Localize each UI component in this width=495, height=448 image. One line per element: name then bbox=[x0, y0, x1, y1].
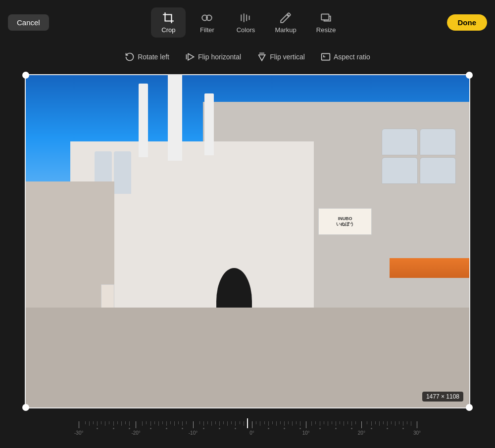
secondary-toolbar: Rotate left Flip horizontal Flip vertica… bbox=[0, 45, 495, 69]
ruler-tick bbox=[177, 421, 181, 426]
crop-area[interactable]: INUBOいぬぼう 1477 × 1108 bbox=[25, 74, 470, 408]
ruler-dot bbox=[319, 428, 321, 429]
ruler-dot bbox=[351, 428, 352, 429]
ruler-tick bbox=[278, 421, 282, 426]
ruler-tick bbox=[365, 421, 369, 426]
ruler-tick bbox=[127, 421, 131, 429]
colors-tool[interactable]: Colors bbox=[228, 7, 263, 38]
aspect-ratio-icon bbox=[321, 52, 331, 62]
ruler-dot bbox=[387, 428, 388, 429]
ruler-dot bbox=[150, 428, 151, 429]
corner-handle-tl[interactable] bbox=[22, 72, 29, 79]
ruler-tick bbox=[318, 421, 322, 429]
svg-rect-6 bbox=[321, 14, 329, 20]
rotation-ruler[interactable]: -30°-20°-10°0°10°20°30° bbox=[0, 408, 495, 448]
flip-horizontal-tool[interactable]: Flip horizontal bbox=[185, 52, 241, 62]
ruler-tick bbox=[123, 421, 127, 426]
ruler-tick: 20° bbox=[358, 421, 365, 436]
ruler-tick bbox=[96, 421, 99, 429]
ruler-tick bbox=[230, 421, 234, 426]
ruler-tick bbox=[369, 421, 373, 429]
ruler-tick bbox=[342, 421, 346, 428]
ruler-dot bbox=[182, 428, 183, 429]
dimensions-badge: 1477 × 1108 bbox=[422, 392, 463, 402]
done-button[interactable]: Done bbox=[447, 14, 488, 31]
window-pane bbox=[420, 157, 456, 184]
ruler-tick bbox=[322, 421, 326, 426]
ruler-tick bbox=[286, 421, 290, 426]
filter-tool[interactable]: Filter bbox=[190, 7, 224, 38]
flip-horizontal-label: Flip horizontal bbox=[198, 53, 241, 61]
ruler-label: -10° bbox=[189, 430, 198, 436]
rotate-left-tool[interactable]: Rotate left bbox=[125, 52, 169, 62]
tool-items: Crop Filter Colors Mark bbox=[151, 7, 344, 38]
ruler-dot bbox=[219, 428, 220, 429]
ruler-track[interactable]: -30°-20°-10°0°10°20°30° bbox=[74, 418, 421, 438]
resize-tool[interactable]: Resize bbox=[308, 7, 344, 38]
ruler-tick: 0° bbox=[249, 421, 254, 436]
aspect-ratio-tool[interactable]: Aspect ratio bbox=[321, 52, 370, 62]
flip-vertical-label: Flip vertical bbox=[270, 53, 305, 61]
ruler-tick bbox=[310, 421, 314, 428]
ruler-tick bbox=[373, 421, 377, 426]
markup-icon bbox=[279, 11, 292, 24]
ruler-tick bbox=[205, 421, 209, 426]
ruler-tick bbox=[209, 421, 213, 428]
spire-right bbox=[204, 93, 214, 155]
corner-handle-bl[interactable] bbox=[22, 404, 29, 411]
ruler-tick bbox=[338, 421, 342, 426]
ruler-label: 0° bbox=[249, 430, 254, 436]
flip-vertical-tool[interactable]: Flip vertical bbox=[257, 52, 305, 62]
flip-vertical-icon bbox=[257, 52, 267, 62]
aspect-ratio-label: Aspect ratio bbox=[334, 53, 370, 61]
ruler-tick bbox=[168, 421, 172, 426]
ruler-tick bbox=[274, 421, 278, 428]
orange-awning bbox=[390, 258, 469, 278]
arch-window bbox=[114, 151, 131, 194]
ruler-tick bbox=[401, 421, 405, 429]
crop-tool[interactable]: Crop bbox=[151, 7, 186, 38]
ruler-tick bbox=[148, 421, 152, 429]
ruler-tick bbox=[218, 421, 222, 429]
ruler-tick bbox=[262, 421, 266, 426]
window-pane bbox=[382, 129, 418, 155]
ruler-dot bbox=[371, 428, 372, 429]
ruler-tick bbox=[346, 421, 350, 426]
ground-layer bbox=[26, 308, 469, 407]
markup-tool[interactable]: Markup bbox=[267, 7, 304, 38]
ruler-tick bbox=[291, 421, 295, 428]
corner-handle-tr[interactable] bbox=[466, 72, 473, 79]
ruler-tick bbox=[198, 421, 201, 426]
ruler-center-line bbox=[247, 418, 248, 428]
filter-icon bbox=[200, 11, 213, 24]
ruler-dot bbox=[268, 428, 269, 429]
corner-handle-br[interactable] bbox=[466, 404, 473, 411]
ruler-tick bbox=[222, 421, 226, 426]
resize-icon bbox=[320, 11, 333, 24]
ruler-tick bbox=[107, 421, 111, 426]
ruler-tick bbox=[385, 421, 389, 429]
ruler-tick bbox=[409, 421, 413, 428]
cancel-button[interactable]: Cancel bbox=[8, 14, 49, 31]
ruler-tick bbox=[160, 421, 164, 426]
ruler-tick bbox=[156, 421, 160, 428]
ruler-tick bbox=[393, 421, 397, 428]
ruler-tick bbox=[270, 421, 274, 426]
ruler-dot bbox=[129, 428, 130, 429]
svg-rect-7 bbox=[322, 53, 330, 60]
ruler-tick bbox=[242, 421, 246, 428]
ruler-tick bbox=[314, 421, 318, 426]
ruler-tick bbox=[254, 421, 258, 426]
ruler-tick bbox=[181, 421, 185, 429]
ruler-tick bbox=[234, 421, 238, 429]
ruler-tick bbox=[172, 421, 176, 428]
spire-main bbox=[168, 75, 183, 161]
window-pane bbox=[382, 157, 418, 184]
colors-icon bbox=[239, 11, 252, 24]
ruler-tick bbox=[389, 421, 393, 426]
ruler-tick bbox=[103, 421, 107, 428]
ruler-tick bbox=[88, 421, 92, 428]
markup-label: Markup bbox=[275, 26, 296, 34]
ruler-tick bbox=[226, 421, 230, 428]
main-toolbar: Cancel Crop Filter Color bbox=[0, 0, 495, 45]
